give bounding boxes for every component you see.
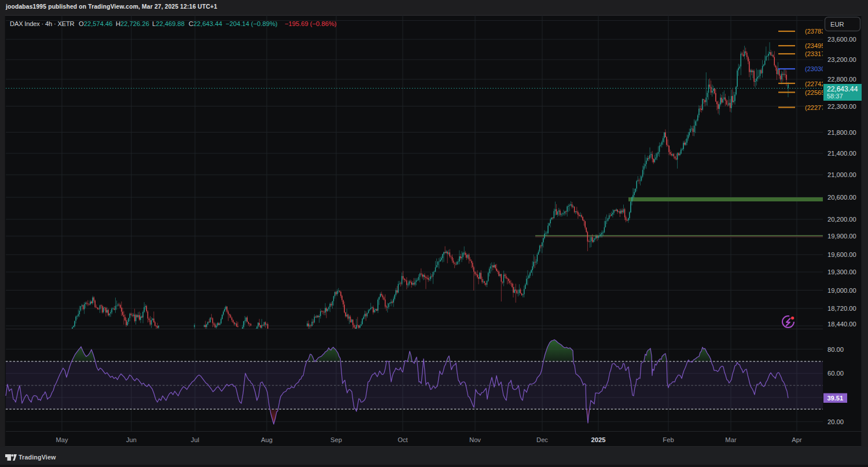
svg-text:22,800.00: 22,800.00 bbox=[827, 76, 856, 83]
svg-text:(23317.: (23317. bbox=[805, 50, 826, 57]
svg-text:(22277.: (22277. bbox=[805, 104, 826, 111]
svg-text:23,200.00: 23,200.00 bbox=[827, 56, 856, 63]
svg-text:22,300.00: 22,300.00 bbox=[827, 103, 856, 110]
svg-text:(22565.: (22565. bbox=[805, 89, 826, 96]
svg-text:Nov: Nov bbox=[469, 436, 481, 443]
svg-text:21,400.00: 21,400.00 bbox=[827, 150, 856, 157]
svg-text:2025: 2025 bbox=[591, 436, 606, 443]
svg-text:Dec: Dec bbox=[536, 436, 548, 443]
svg-text:May: May bbox=[56, 436, 68, 443]
svg-text:21,800.00: 21,800.00 bbox=[827, 129, 856, 136]
svg-text:(23783.: (23783. bbox=[805, 28, 826, 35]
svg-text:19,300.00: 19,300.00 bbox=[827, 269, 856, 275]
svg-text:80.00: 80.00 bbox=[827, 346, 844, 353]
svg-text:(23030.: (23030. bbox=[805, 65, 826, 72]
svg-text:18,440.00: 18,440.00 bbox=[827, 321, 856, 328]
svg-text:39.51: 39.51 bbox=[827, 395, 844, 402]
svg-text:18,720.00: 18,720.00 bbox=[827, 305, 856, 312]
svg-text:Jun: Jun bbox=[126, 436, 137, 443]
svg-text:Mar: Mar bbox=[725, 436, 737, 443]
svg-text:(22742.: (22742. bbox=[805, 80, 826, 87]
svg-text:Sep: Sep bbox=[330, 436, 342, 443]
svg-text:EUR: EUR bbox=[830, 21, 844, 28]
svg-text:Apr: Apr bbox=[792, 436, 802, 443]
svg-text:23,600.00: 23,600.00 bbox=[827, 36, 856, 43]
svg-text:Jul: Jul bbox=[191, 436, 199, 443]
svg-text:58:37: 58:37 bbox=[827, 93, 843, 100]
svg-text:Aug: Aug bbox=[261, 436, 273, 443]
svg-text:21,000.00: 21,000.00 bbox=[827, 171, 856, 178]
svg-text:20.00: 20.00 bbox=[827, 418, 844, 425]
svg-text:19,000.00: 19,000.00 bbox=[827, 287, 856, 294]
svg-text:(23495.: (23495. bbox=[805, 42, 826, 49]
svg-text:19,600.00: 19,600.00 bbox=[827, 251, 856, 258]
svg-text:60.00: 60.00 bbox=[827, 370, 844, 377]
svg-text:20,200.00: 20,200.00 bbox=[827, 216, 856, 223]
svg-text:20,600.00: 20,600.00 bbox=[827, 194, 856, 201]
svg-text:19,900.00: 19,900.00 bbox=[827, 233, 856, 240]
svg-text:22,643.44: 22,643.44 bbox=[827, 85, 858, 93]
svg-text:Oct: Oct bbox=[398, 436, 408, 443]
svg-text:Feb: Feb bbox=[663, 436, 674, 443]
